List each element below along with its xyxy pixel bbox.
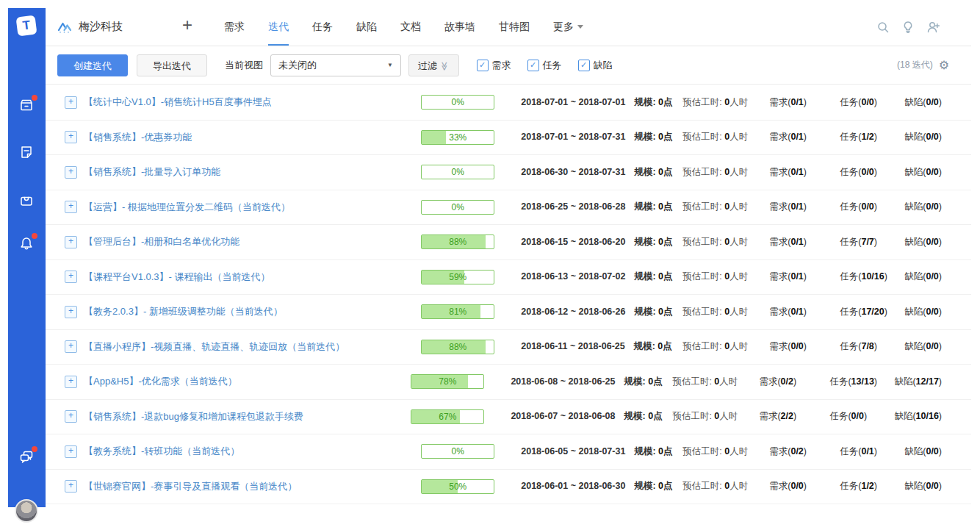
iteration-title[interactable]: 【世锦赛官网】-赛事引导及直播观看（当前迭代） xyxy=(84,480,421,493)
project-switcher[interactable]: 梅沙科技 xyxy=(57,20,123,34)
create-plus-button[interactable]: + xyxy=(182,15,192,35)
iteration-title[interactable]: 【教务系统】-转班功能（当前迭代） xyxy=(84,445,421,458)
tasks-count: 任务(0/0) xyxy=(840,166,904,179)
iteration-row[interactable]: + 【管理后台】-相册和白名单优化功能 88% 2018-06-15 ~ 201… xyxy=(46,225,971,260)
iteration-toolbar: 创建迭代 导出迭代 当前视图 未关闭的 ▼ 过滤≫ ✓ 需求 ✓ 任务 xyxy=(46,46,971,85)
gear-icon[interactable]: ⚙ xyxy=(939,60,949,71)
expand-plus-icon[interactable]: + xyxy=(65,410,77,423)
defects-count: 缺陷(10/16) xyxy=(894,410,942,423)
app-window: T xyxy=(8,8,971,518)
iteration-row[interactable]: + 【销售系统】-优惠券功能 33% 2018-07-01 ~ 2018-07-… xyxy=(46,121,971,156)
checkbox-tasks[interactable]: ✓ 任务 xyxy=(527,59,562,72)
tab-gantt[interactable]: 甘特图 xyxy=(499,21,530,34)
iteration-title[interactable]: 【教务2.0.3】- 新增班级调整功能（当前迭代） xyxy=(84,305,421,318)
iteration-title[interactable]: 【管理后台】-相册和白名单优化功能 xyxy=(84,235,421,248)
checkbox-requirements[interactable]: ✓ 需求 xyxy=(477,59,511,72)
iteration-row[interactable]: + 【销售系统】-批量导入订单功能 0% 2018-06-30 ~ 2018-0… xyxy=(46,155,971,190)
progress-bar: 50% xyxy=(421,479,494,494)
view-select[interactable]: 未关闭的 ▼ xyxy=(270,54,401,76)
iteration-row[interactable]: + 【运营】- 根据地理位置分发二维码（当前迭代） 0% 2018-06-25 … xyxy=(46,190,971,226)
iteration-title[interactable]: 【运营】- 根据地理位置分发二维码（当前迭代） xyxy=(84,201,421,214)
expand-plus-icon[interactable]: + xyxy=(65,201,77,213)
expand-plus-icon[interactable]: + xyxy=(65,376,77,388)
progress-bar: 88% xyxy=(421,340,494,354)
requirements-count: 需求(0/1) xyxy=(769,236,840,248)
checkbox-icon: ✓ xyxy=(578,60,590,71)
create-iteration-button[interactable]: 创建迭代 xyxy=(57,54,128,76)
main-nav: 需求 迭代 任务 缺陷 文档 故事墙 甘特图 更多 xyxy=(224,21,583,34)
expand-plus-icon[interactable]: + xyxy=(65,236,77,248)
notification-dot xyxy=(32,446,37,452)
date-range: 2018-06-25 ~ 2018-06-28规模: 0点 xyxy=(521,201,682,213)
progress-percent: 50% xyxy=(422,480,494,493)
iteration-row[interactable]: + 【统计中心V1.0】-销售统计H5百度事件埋点 0% 2018-07-01 … xyxy=(46,85,971,121)
expand-plus-icon[interactable]: + xyxy=(65,445,77,458)
tab-storywall[interactable]: 故事墙 xyxy=(444,21,475,34)
tab-defects[interactable]: 缺陷 xyxy=(356,21,377,34)
defects-count: 缺陷(0/0) xyxy=(904,131,942,143)
progress-percent: 0% xyxy=(422,96,494,109)
type-filters: ✓ 需求 ✓ 任务 ✓ 缺陷 xyxy=(477,59,613,72)
progress-percent: 59% xyxy=(422,271,494,284)
estimated-hours: 预估工时: 0人时 xyxy=(682,96,769,109)
current-view-label: 当前视图 xyxy=(225,59,263,72)
tab-documents[interactable]: 文档 xyxy=(400,21,421,34)
iteration-title[interactable]: 【销售系统】-批量导入订单功能 xyxy=(84,165,421,179)
iteration-title[interactable]: 【直播小程序】-视频直播、轨迹直播、轨迹回放（当前迭代） xyxy=(84,340,421,354)
iteration-row[interactable]: + 【课程平台V1.0.3】- 课程输出（当前迭代） 59% 2018-06-1… xyxy=(46,260,971,296)
tasks-count: 任务(0/0) xyxy=(840,96,904,109)
date-range: 2018-06-12 ~ 2018-06-26规模: 0点 xyxy=(521,306,682,318)
progress-bar: 88% xyxy=(421,234,494,249)
iteration-row[interactable]: + 【销售系统】-退款bug修复和增加课程包退款手续费 67% 2018-06-… xyxy=(46,400,971,435)
iteration-title[interactable]: 【销售系统】-优惠券功能 xyxy=(84,131,421,144)
tab-iterations[interactable]: 迭代 xyxy=(268,21,289,34)
progress-bar: 67% xyxy=(411,409,484,424)
tab-tasks[interactable]: 任务 xyxy=(312,21,333,34)
projects-box-icon[interactable] xyxy=(18,97,35,113)
expand-plus-icon[interactable]: + xyxy=(65,131,77,143)
progress-bar: 0% xyxy=(421,165,494,179)
checkbox-defects[interactable]: ✓ 缺陷 xyxy=(578,59,613,72)
iteration-row[interactable]: + 【教务系统】-转班功能（当前迭代） 0% 2018-06-05 ~ 2018… xyxy=(46,434,971,470)
expand-plus-icon[interactable]: + xyxy=(65,306,77,318)
filter-button[interactable]: 过滤≫ xyxy=(408,54,459,76)
requirements-count: 需求(0/0) xyxy=(769,480,840,493)
chat-icon[interactable] xyxy=(18,448,35,465)
tasks-count: 任务(7/8) xyxy=(840,340,904,353)
tasks-count: 任务(7/7) xyxy=(840,236,904,248)
iteration-title[interactable]: 【课程平台V1.0.3】- 课程输出（当前迭代） xyxy=(84,271,421,284)
tab-more[interactable]: 更多 xyxy=(553,21,583,34)
iteration-title[interactable]: 【销售系统】-退款bug修复和增加课程包退款手续费 xyxy=(84,410,411,423)
app-logo-icon[interactable]: T xyxy=(16,15,37,37)
document-icon[interactable] xyxy=(18,144,35,160)
progress-bar: 81% xyxy=(421,304,494,319)
expand-plus-icon[interactable]: + xyxy=(65,340,77,353)
expand-plus-icon[interactable]: + xyxy=(65,480,77,493)
notification-dot xyxy=(32,233,37,239)
bulb-icon[interactable] xyxy=(901,21,915,34)
defects-count: 缺陷(0/0) xyxy=(904,445,942,458)
iteration-row[interactable]: + 【直播小程序】-视频直播、轨迹直播、轨迹回放（当前迭代） 88% 2018-… xyxy=(46,330,971,365)
expand-plus-icon[interactable]: + xyxy=(65,271,77,283)
estimated-hours: 预估工时: 0人时 xyxy=(682,166,769,179)
expand-plus-icon[interactable]: + xyxy=(65,166,77,179)
bell-icon[interactable] xyxy=(18,235,35,251)
defects-count: 缺陷(0/0) xyxy=(904,201,942,213)
expand-plus-icon[interactable]: + xyxy=(65,96,77,109)
tasks-count: 任务(0/0) xyxy=(829,410,894,423)
iteration-row[interactable]: + 【教务2.0.3】- 新增班级调整功能（当前迭代） 81% 2018-06-… xyxy=(46,295,971,330)
inbox-icon[interactable] xyxy=(18,193,35,209)
iteration-row[interactable]: + 【世锦赛官网】-赛事引导及直播观看（当前迭代） 50% 2018-06-01… xyxy=(46,470,971,505)
progress-percent: 67% xyxy=(411,410,483,423)
iteration-row[interactable]: + 【App&H5】-优化需求（当前迭代） 78% 2018-06-08 ~ 2… xyxy=(46,365,971,400)
chevron-down-icon xyxy=(577,25,583,29)
user-avatar[interactable] xyxy=(15,499,38,523)
date-range: 2018-06-13 ~ 2018-07-02规模: 0点 xyxy=(521,271,682,283)
add-person-icon[interactable] xyxy=(926,21,940,34)
export-iteration-button[interactable]: 导出迭代 xyxy=(137,54,207,76)
header-icons xyxy=(876,21,940,34)
iteration-title[interactable]: 【统计中心V1.0】-销售统计H5百度事件埋点 xyxy=(84,96,421,109)
tab-requirements[interactable]: 需求 xyxy=(224,21,245,34)
search-icon[interactable] xyxy=(876,21,890,34)
iteration-title[interactable]: 【App&H5】-优化需求（当前迭代） xyxy=(84,375,411,388)
